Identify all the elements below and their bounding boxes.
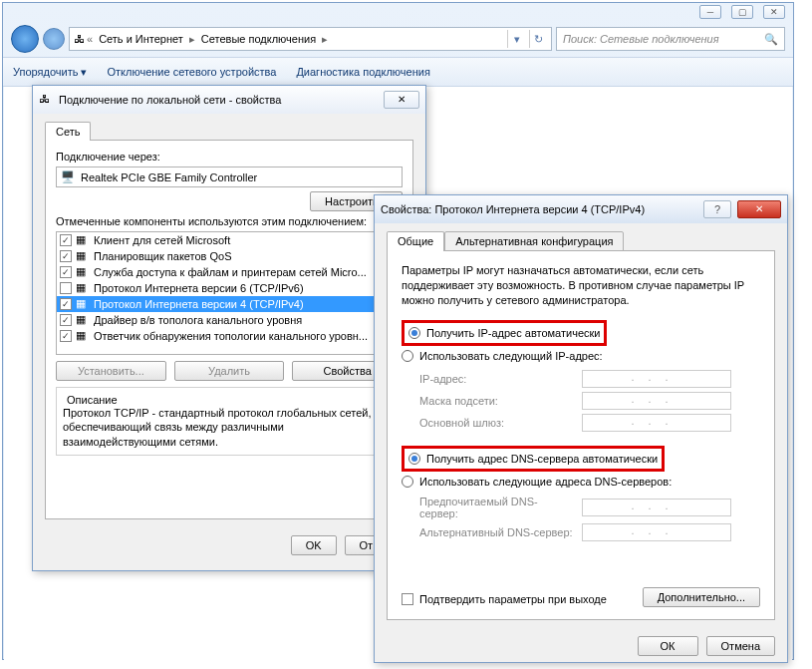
maximize-button[interactable]: ▢	[731, 5, 753, 19]
toolbar-disable[interactable]: Отключение сетевого устройства	[107, 66, 276, 78]
components-list[interactable]: ✓▦Клиент для сетей Microsoft✓▦Планировщи…	[56, 231, 403, 355]
ip-addr-input: ...	[582, 370, 731, 388]
dlg1-close-button[interactable]: ✕	[384, 91, 419, 109]
toolbar-organize[interactable]: Упорядочить ▾	[13, 66, 87, 79]
network-adapter-icon: 🖧	[39, 93, 53, 107]
ip-mask-input: ...	[582, 392, 731, 410]
checkbox-icon[interactable]	[60, 282, 72, 294]
dlg2-help-button[interactable]: ?	[703, 200, 731, 218]
search-input[interactable]: Поиск: Сетевые подключения 🔍	[556, 27, 785, 51]
dns-pref-input: ...	[582, 499, 731, 516]
protocol-icon: ▦	[76, 297, 90, 311]
radio-icon	[408, 453, 420, 465]
dlg2-close-button[interactable]: ✕	[737, 200, 781, 218]
close-button[interactable]: ✕	[763, 5, 785, 19]
checkbox-icon[interactable]: ✓	[60, 234, 72, 246]
dlg2-cancel-button[interactable]: Отмена	[706, 636, 775, 656]
adapter-name: Realtek PCIe GBE Family Controller	[81, 171, 257, 183]
back-button[interactable]	[11, 25, 39, 53]
component-label: Протокол Интернета версии 4 (TCP/IPv4)	[94, 298, 304, 310]
component-label: Ответчик обнаружения топологии канальног…	[94, 330, 368, 342]
dns-alt-input: ...	[582, 523, 731, 541]
ip-gw-label: Основной шлюз:	[419, 417, 574, 429]
ip-mask-label: Маска подсети:	[419, 395, 574, 407]
radio-ip-manual[interactable]: Использовать следующий IP-адрес:	[402, 348, 760, 364]
radio-icon	[408, 327, 420, 339]
tab-network[interactable]: Сеть	[45, 122, 91, 141]
components-label: Отмеченные компоненты используются этим …	[56, 215, 403, 227]
component-label: Клиент для сетей Microsoft	[94, 234, 230, 246]
intro-text: Параметры IP могут назначаться автоматич…	[402, 263, 760, 308]
confirm-checkbox[interactable]: Подтвердить параметры при выходе	[402, 593, 607, 605]
radio-icon	[402, 350, 413, 362]
radio-icon	[402, 476, 413, 488]
crumb-1[interactable]: Сеть и Интернет	[95, 33, 187, 45]
forward-button[interactable]	[43, 28, 65, 50]
radio-ip-auto[interactable]: Получить IP-адрес автоматически	[408, 325, 600, 341]
dlg2-titlebar: Свойства: Протокол Интернета версии 4 (T…	[375, 195, 787, 223]
description-text: Протокол TCP/IP - стандартный протокол г…	[63, 406, 396, 449]
radio-dns-manual[interactable]: Использовать следующие адреса DNS-сервер…	[402, 474, 760, 490]
checkbox-icon	[402, 593, 413, 605]
checkbox-icon[interactable]: ✓	[60, 298, 72, 310]
component-item[interactable]: ✓▦Драйвер в/в тополога канального уровня	[57, 312, 402, 328]
connection-properties-dialog: 🖧 Подключение по локальной сети - свойст…	[32, 85, 426, 571]
checkbox-icon[interactable]: ✓	[60, 330, 72, 342]
dns-pref-label: Предпочитаемый DNS-сервер:	[419, 496, 574, 519]
component-item[interactable]: ✓▦Ответчик обнаружения топологии канальн…	[57, 328, 402, 344]
protocol-icon: ▦	[76, 329, 90, 343]
component-item[interactable]: ✓▦Клиент для сетей Microsoft	[57, 232, 402, 248]
protocol-icon: ▦	[76, 265, 90, 279]
minimize-button[interactable]: ─	[699, 5, 721, 19]
dropdown-icon[interactable]: ▾	[507, 30, 525, 48]
explorer-toolbar: Упорядочить ▾ Отключение сетевого устрой…	[3, 57, 793, 87]
component-label: Служба доступа к файлам и принтерам сете…	[94, 266, 367, 278]
dlg1-title: Подключение по локальной сети - свойства	[59, 94, 378, 106]
checkbox-icon[interactable]: ✓	[60, 250, 72, 262]
adapter-icon: 🖥️	[61, 170, 75, 183]
install-button[interactable]: Установить...	[56, 361, 166, 381]
radio-dns-auto[interactable]: Получить адрес DNS-сервера автоматически	[408, 451, 658, 467]
search-placeholder: Поиск: Сетевые подключения	[563, 33, 719, 45]
protocol-icon: ▦	[76, 249, 90, 263]
address-row: 🖧 « Сеть и Интернет ▸ Сетевые подключени…	[3, 21, 793, 57]
component-item[interactable]: ✓▦Протокол Интернета версии 4 (TCP/IPv4)	[57, 296, 402, 312]
component-label: Драйвер в/в тополога канального уровня	[94, 314, 302, 326]
network-icon: 🖧	[74, 33, 85, 45]
protocol-icon: ▦	[76, 281, 90, 295]
component-item[interactable]: ✓▦Служба доступа к файлам и принтерам се…	[57, 264, 402, 280]
advanced-button[interactable]: Дополнительно...	[643, 587, 760, 607]
refresh-icon[interactable]: ↻	[529, 30, 547, 48]
component-item[interactable]: ✓▦Планировщик пакетов QoS	[57, 248, 402, 264]
connect-via-label: Подключение через:	[56, 151, 403, 163]
protocol-icon: ▦	[76, 313, 90, 327]
component-label: Планировщик пакетов QoS	[94, 250, 232, 262]
description-title: Описание	[63, 394, 122, 406]
crumb-2[interactable]: Сетевые подключения	[197, 33, 320, 45]
checkbox-icon[interactable]: ✓	[60, 266, 72, 278]
tab-general[interactable]: Общие	[387, 231, 444, 251]
window-titlebar: ─ ▢ ✕	[3, 3, 793, 21]
ipv4-properties-dialog: Свойства: Протокол Интернета версии 4 (T…	[374, 194, 788, 663]
uninstall-button[interactable]: Удалить	[174, 361, 285, 381]
breadcrumb-bar[interactable]: 🖧 « Сеть и Интернет ▸ Сетевые подключени…	[69, 27, 552, 51]
checkbox-icon[interactable]: ✓	[60, 314, 72, 326]
dns-alt-label: Альтернативный DNS-сервер:	[419, 526, 574, 538]
dlg1-ok-button[interactable]: OK	[291, 535, 337, 555]
component-item[interactable]: ▦Протокол Интернета версии 6 (TCP/IPv6)	[57, 280, 402, 296]
dlg2-title: Свойства: Протокол Интернета версии 4 (T…	[381, 203, 697, 215]
ip-addr-label: IP-адрес:	[419, 373, 574, 385]
tab-alt-config[interactable]: Альтернативная конфигурация	[444, 231, 624, 251]
ip-gw-input: ...	[582, 414, 731, 432]
toolbar-diagnose[interactable]: Диагностика подключения	[296, 66, 429, 78]
protocol-icon: ▦	[76, 233, 90, 247]
dlg1-titlebar: 🖧 Подключение по локальной сети - свойст…	[33, 86, 425, 114]
dlg2-ok-button[interactable]: ОК	[638, 636, 698, 656]
adapter-box: 🖥️ Realtek PCIe GBE Family Controller	[56, 167, 403, 187]
search-icon: 🔍	[764, 33, 778, 46]
component-label: Протокол Интернета версии 6 (TCP/IPv6)	[94, 282, 304, 294]
